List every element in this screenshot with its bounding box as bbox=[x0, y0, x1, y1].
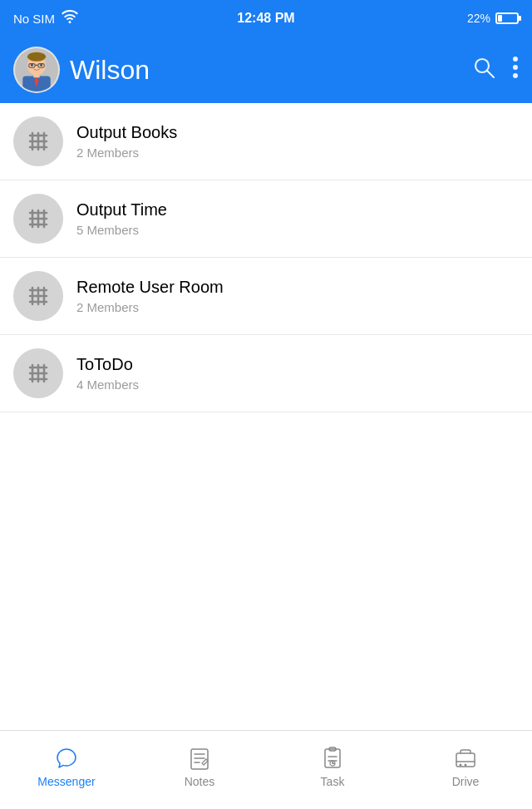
room-members: 2 Members bbox=[76, 300, 224, 314]
task-icon bbox=[319, 745, 346, 772]
room-item[interactable]: Output Time 5 Members bbox=[0, 180, 532, 258]
room-item[interactable]: ToToDo 4 Members bbox=[0, 335, 532, 412]
user-name: Wilson bbox=[70, 55, 150, 86]
carrier-label: No SIM bbox=[13, 12, 55, 26]
nav-drive-label: Drive bbox=[452, 775, 480, 788]
nav-notes-label: Notes bbox=[185, 775, 215, 788]
room-name: ToToDo bbox=[76, 355, 139, 374]
svg-rect-40 bbox=[191, 749, 208, 769]
notes-icon bbox=[186, 745, 213, 772]
nav-messenger-label: Messenger bbox=[37, 775, 95, 788]
room-item[interactable]: Output Books 2 Members bbox=[0, 103, 532, 180]
room-icon bbox=[13, 194, 63, 244]
nav-task[interactable]: Task bbox=[266, 745, 399, 795]
nav-notes[interactable]: Notes bbox=[133, 745, 266, 795]
drive-icon bbox=[452, 745, 479, 772]
svg-point-53 bbox=[460, 764, 462, 767]
app-header: Wilson bbox=[0, 37, 532, 103]
more-options-icon[interactable] bbox=[512, 56, 519, 85]
svg-point-15 bbox=[513, 73, 518, 78]
svg-line-12 bbox=[487, 71, 494, 77]
room-item[interactable]: Remote User Room 2 Members bbox=[0, 258, 532, 335]
svg-point-14 bbox=[513, 65, 518, 70]
nav-messenger[interactable]: Messenger bbox=[0, 745, 133, 795]
room-members: 4 Members bbox=[76, 377, 139, 392]
svg-point-5 bbox=[27, 52, 46, 62]
room-info: Output Time 5 Members bbox=[76, 200, 167, 237]
content-area: Output Books 2 Members Output Time 5 Mem… bbox=[0, 103, 532, 730]
room-name: Remote User Room bbox=[76, 278, 224, 297]
battery-icon bbox=[495, 12, 519, 24]
room-members: 5 Members bbox=[76, 223, 167, 237]
room-list: Output Books 2 Members Output Time 5 Mem… bbox=[0, 103, 532, 412]
nav-drive[interactable]: Drive bbox=[399, 745, 532, 795]
room-icon bbox=[13, 348, 63, 398]
nav-task-label: Task bbox=[321, 775, 345, 788]
svg-point-10 bbox=[40, 64, 42, 67]
room-members: 2 Members bbox=[76, 146, 177, 160]
room-info: Output Books 2 Members bbox=[76, 123, 177, 160]
search-icon[interactable] bbox=[472, 56, 495, 85]
room-icon bbox=[13, 271, 63, 321]
room-info: ToToDo 4 Members bbox=[76, 355, 139, 392]
svg-point-13 bbox=[513, 57, 518, 62]
time-label: 12:48 PM bbox=[237, 11, 294, 26]
svg-point-9 bbox=[31, 64, 33, 67]
status-bar: No SIM 12:48 PM 22% bbox=[0, 0, 532, 37]
wifi-icon bbox=[62, 10, 78, 27]
svg-point-54 bbox=[465, 764, 467, 767]
room-name: Output Time bbox=[76, 200, 167, 220]
user-avatar[interactable] bbox=[13, 47, 60, 93]
battery-percent: 22% bbox=[467, 12, 490, 25]
svg-rect-44 bbox=[325, 749, 340, 767]
room-info: Remote User Room 2 Members bbox=[76, 278, 224, 314]
room-icon bbox=[13, 116, 63, 166]
bottom-nav: Messenger Notes Task bbox=[0, 730, 532, 809]
room-name: Output Books bbox=[76, 123, 177, 142]
messenger-icon bbox=[53, 745, 80, 772]
